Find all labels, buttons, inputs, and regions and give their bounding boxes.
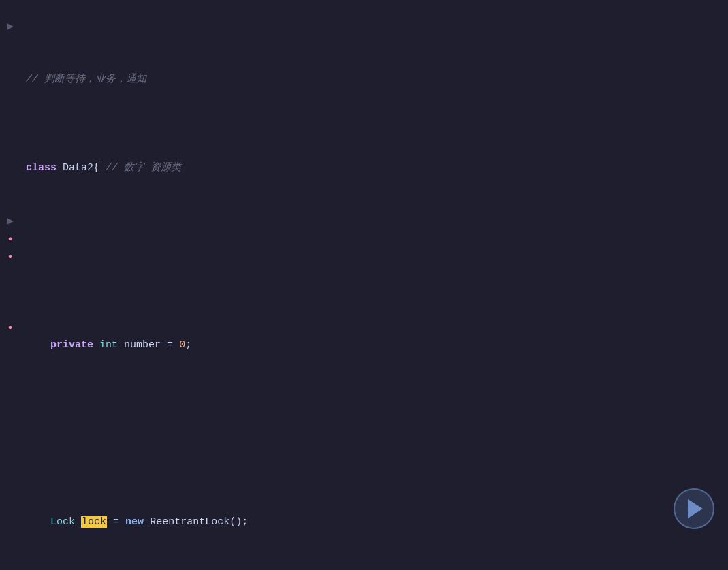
gutter-line-28 [5, 478, 16, 496]
code-line-2: class Data2{ // 数字 资源类 [20, 159, 728, 177]
code-editor: ● ● ● // 判断等待，业务，通知 class Data2{ // 数字 资… [0, 0, 728, 570]
gutter-line-8 [5, 124, 16, 142]
gutter-line-26 [5, 443, 16, 460]
svg-marker-1 [7, 218, 14, 225]
play-button[interactable] [674, 488, 714, 529]
gutter-line-22 [5, 372, 16, 390]
code-line-1: // 判断等待，业务，通知 [20, 71, 728, 89]
code-line-6: Lock lock = new ReentrantLock(); [20, 513, 728, 531]
gutter-line-19: ● [5, 319, 16, 336]
gutter-line-5 [5, 71, 16, 89]
gutter-line-17 [5, 283, 16, 301]
gutter-line-30 [5, 513, 16, 531]
gutter-line-25 [5, 425, 16, 443]
gutter-line-3 [5, 35, 16, 53]
gutter-line-11 [5, 177, 16, 195]
gutter-line-10 [5, 159, 16, 177]
gutter-line-20 [5, 336, 16, 354]
gutter: ● ● ● [0, 0, 20, 570]
gutter-line-24 [5, 407, 16, 425]
gutter-line-12 [5, 195, 16, 212]
gutter-line-27 [5, 460, 16, 478]
gutter-line-1 [5, 0, 16, 18]
gutter-line-9 [5, 142, 16, 159]
gutter-line-21 [5, 354, 16, 372]
gutter-line-2 [5, 18, 16, 35]
gutter-line-29 [5, 496, 16, 513]
code-line-3 [20, 248, 728, 266]
gutter-line-16 [5, 266, 16, 283]
play-triangle-icon [688, 499, 703, 518]
gutter-line-14: ● [5, 230, 16, 248]
code-content: // 判断等待，业务，通知 class Data2{ // 数字 资源类 pri… [20, 0, 728, 570]
code-line-5 [20, 425, 728, 443]
svg-marker-0 [7, 23, 14, 30]
gutter-line-13 [5, 212, 16, 230]
gutter-line-15: ● [5, 248, 16, 266]
gutter-line-6 [5, 89, 16, 106]
gutter-line-7 [5, 106, 16, 124]
gutter-line-18 [5, 301, 16, 319]
code-line-4: private int number = 0; [20, 336, 728, 354]
gutter-line-4 [5, 53, 16, 71]
gutter-line-23 [5, 390, 16, 407]
